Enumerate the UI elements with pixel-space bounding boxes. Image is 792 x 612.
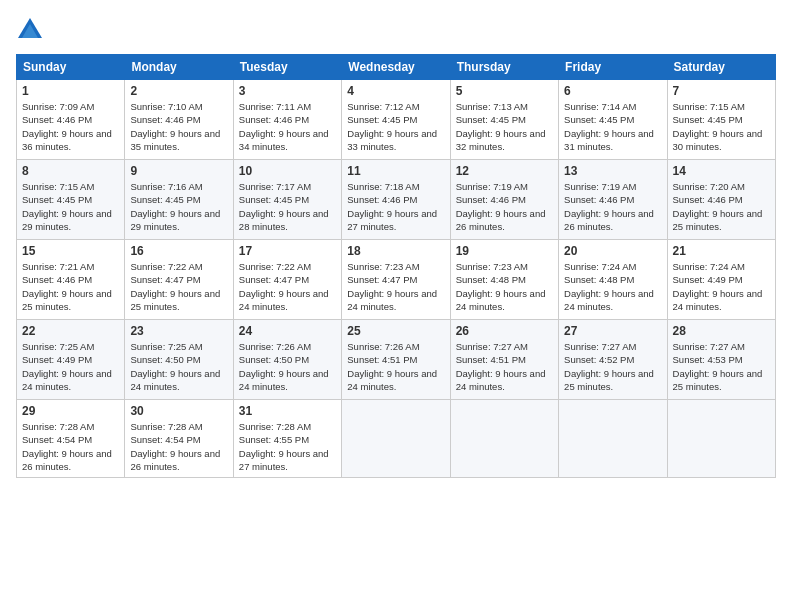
calendar-cell: 2 Sunrise: 7:10 AMSunset: 4:46 PMDayligh… <box>125 80 233 160</box>
calendar-cell: 27 Sunrise: 7:27 AMSunset: 4:52 PMDaylig… <box>559 320 667 400</box>
day-number: 22 <box>22 324 119 338</box>
day-info: Sunrise: 7:22 AMSunset: 4:47 PMDaylight:… <box>130 261 220 312</box>
day-info: Sunrise: 7:15 AMSunset: 4:45 PMDaylight:… <box>673 101 763 152</box>
calendar-header-monday: Monday <box>125 55 233 80</box>
calendar-cell: 13 Sunrise: 7:19 AMSunset: 4:46 PMDaylig… <box>559 160 667 240</box>
calendar-cell: 31 Sunrise: 7:28 AMSunset: 4:55 PMDaylig… <box>233 400 341 478</box>
calendar-week-2: 8 Sunrise: 7:15 AMSunset: 4:45 PMDayligh… <box>17 160 776 240</box>
day-info: Sunrise: 7:19 AMSunset: 4:46 PMDaylight:… <box>456 181 546 232</box>
day-info: Sunrise: 7:26 AMSunset: 4:51 PMDaylight:… <box>347 341 437 392</box>
day-info: Sunrise: 7:22 AMSunset: 4:47 PMDaylight:… <box>239 261 329 312</box>
calendar-cell: 11 Sunrise: 7:18 AMSunset: 4:46 PMDaylig… <box>342 160 450 240</box>
day-info: Sunrise: 7:15 AMSunset: 4:45 PMDaylight:… <box>22 181 112 232</box>
calendar-cell <box>450 400 558 478</box>
calendar-week-4: 22 Sunrise: 7:25 AMSunset: 4:49 PMDaylig… <box>17 320 776 400</box>
day-number: 11 <box>347 164 444 178</box>
calendar-cell: 17 Sunrise: 7:22 AMSunset: 4:47 PMDaylig… <box>233 240 341 320</box>
calendar-cell: 18 Sunrise: 7:23 AMSunset: 4:47 PMDaylig… <box>342 240 450 320</box>
day-info: Sunrise: 7:21 AMSunset: 4:46 PMDaylight:… <box>22 261 112 312</box>
calendar-cell: 16 Sunrise: 7:22 AMSunset: 4:47 PMDaylig… <box>125 240 233 320</box>
calendar-cell: 9 Sunrise: 7:16 AMSunset: 4:45 PMDayligh… <box>125 160 233 240</box>
calendar-cell: 21 Sunrise: 7:24 AMSunset: 4:49 PMDaylig… <box>667 240 775 320</box>
calendar-cell: 28 Sunrise: 7:27 AMSunset: 4:53 PMDaylig… <box>667 320 775 400</box>
day-number: 14 <box>673 164 770 178</box>
calendar-cell: 8 Sunrise: 7:15 AMSunset: 4:45 PMDayligh… <box>17 160 125 240</box>
calendar-cell: 7 Sunrise: 7:15 AMSunset: 4:45 PMDayligh… <box>667 80 775 160</box>
calendar-cell: 20 Sunrise: 7:24 AMSunset: 4:48 PMDaylig… <box>559 240 667 320</box>
day-number: 10 <box>239 164 336 178</box>
main-container: SundayMondayTuesdayWednesdayThursdayFrid… <box>0 0 792 486</box>
calendar-header-row: SundayMondayTuesdayWednesdayThursdayFrid… <box>17 55 776 80</box>
day-info: Sunrise: 7:23 AMSunset: 4:47 PMDaylight:… <box>347 261 437 312</box>
day-number: 28 <box>673 324 770 338</box>
day-number: 31 <box>239 404 336 418</box>
logo <box>16 16 48 44</box>
day-info: Sunrise: 7:28 AMSunset: 4:54 PMDaylight:… <box>130 421 220 472</box>
calendar-week-5: 29 Sunrise: 7:28 AMSunset: 4:54 PMDaylig… <box>17 400 776 478</box>
calendar-cell: 30 Sunrise: 7:28 AMSunset: 4:54 PMDaylig… <box>125 400 233 478</box>
calendar-cell: 15 Sunrise: 7:21 AMSunset: 4:46 PMDaylig… <box>17 240 125 320</box>
calendar-week-3: 15 Sunrise: 7:21 AMSunset: 4:46 PMDaylig… <box>17 240 776 320</box>
calendar-cell: 19 Sunrise: 7:23 AMSunset: 4:48 PMDaylig… <box>450 240 558 320</box>
calendar-header-wednesday: Wednesday <box>342 55 450 80</box>
calendar-header-thursday: Thursday <box>450 55 558 80</box>
day-number: 8 <box>22 164 119 178</box>
calendar-header-friday: Friday <box>559 55 667 80</box>
day-info: Sunrise: 7:24 AMSunset: 4:49 PMDaylight:… <box>673 261 763 312</box>
day-number: 30 <box>130 404 227 418</box>
calendar-cell: 23 Sunrise: 7:25 AMSunset: 4:50 PMDaylig… <box>125 320 233 400</box>
day-number: 7 <box>673 84 770 98</box>
calendar-cell <box>667 400 775 478</box>
calendar-cell: 4 Sunrise: 7:12 AMSunset: 4:45 PMDayligh… <box>342 80 450 160</box>
day-number: 24 <box>239 324 336 338</box>
day-number: 12 <box>456 164 553 178</box>
calendar-cell: 10 Sunrise: 7:17 AMSunset: 4:45 PMDaylig… <box>233 160 341 240</box>
day-info: Sunrise: 7:27 AMSunset: 4:53 PMDaylight:… <box>673 341 763 392</box>
day-number: 6 <box>564 84 661 98</box>
calendar-cell: 29 Sunrise: 7:28 AMSunset: 4:54 PMDaylig… <box>17 400 125 478</box>
day-number: 27 <box>564 324 661 338</box>
calendar-cell <box>342 400 450 478</box>
calendar-week-1: 1 Sunrise: 7:09 AMSunset: 4:46 PMDayligh… <box>17 80 776 160</box>
day-info: Sunrise: 7:23 AMSunset: 4:48 PMDaylight:… <box>456 261 546 312</box>
calendar-header-saturday: Saturday <box>667 55 775 80</box>
day-info: Sunrise: 7:19 AMSunset: 4:46 PMDaylight:… <box>564 181 654 232</box>
day-number: 29 <box>22 404 119 418</box>
day-info: Sunrise: 7:20 AMSunset: 4:46 PMDaylight:… <box>673 181 763 232</box>
day-info: Sunrise: 7:28 AMSunset: 4:54 PMDaylight:… <box>22 421 112 472</box>
day-info: Sunrise: 7:09 AMSunset: 4:46 PMDaylight:… <box>22 101 112 152</box>
calendar-cell: 3 Sunrise: 7:11 AMSunset: 4:46 PMDayligh… <box>233 80 341 160</box>
day-number: 16 <box>130 244 227 258</box>
calendar-cell: 26 Sunrise: 7:27 AMSunset: 4:51 PMDaylig… <box>450 320 558 400</box>
day-number: 1 <box>22 84 119 98</box>
calendar-header-sunday: Sunday <box>17 55 125 80</box>
calendar-header-tuesday: Tuesday <box>233 55 341 80</box>
day-number: 2 <box>130 84 227 98</box>
day-info: Sunrise: 7:17 AMSunset: 4:45 PMDaylight:… <box>239 181 329 232</box>
calendar-cell: 14 Sunrise: 7:20 AMSunset: 4:46 PMDaylig… <box>667 160 775 240</box>
day-info: Sunrise: 7:11 AMSunset: 4:46 PMDaylight:… <box>239 101 329 152</box>
day-number: 4 <box>347 84 444 98</box>
day-number: 20 <box>564 244 661 258</box>
calendar-cell: 12 Sunrise: 7:19 AMSunset: 4:46 PMDaylig… <box>450 160 558 240</box>
logo-icon <box>16 16 44 44</box>
day-info: Sunrise: 7:18 AMSunset: 4:46 PMDaylight:… <box>347 181 437 232</box>
day-number: 21 <box>673 244 770 258</box>
day-info: Sunrise: 7:26 AMSunset: 4:50 PMDaylight:… <box>239 341 329 392</box>
day-number: 15 <box>22 244 119 258</box>
day-info: Sunrise: 7:25 AMSunset: 4:50 PMDaylight:… <box>130 341 220 392</box>
calendar-cell: 25 Sunrise: 7:26 AMSunset: 4:51 PMDaylig… <box>342 320 450 400</box>
header <box>16 16 776 44</box>
calendar-table: SundayMondayTuesdayWednesdayThursdayFrid… <box>16 54 776 478</box>
day-info: Sunrise: 7:10 AMSunset: 4:46 PMDaylight:… <box>130 101 220 152</box>
day-info: Sunrise: 7:24 AMSunset: 4:48 PMDaylight:… <box>564 261 654 312</box>
day-info: Sunrise: 7:27 AMSunset: 4:52 PMDaylight:… <box>564 341 654 392</box>
calendar-cell: 5 Sunrise: 7:13 AMSunset: 4:45 PMDayligh… <box>450 80 558 160</box>
day-number: 13 <box>564 164 661 178</box>
calendar-cell: 6 Sunrise: 7:14 AMSunset: 4:45 PMDayligh… <box>559 80 667 160</box>
calendar-cell: 24 Sunrise: 7:26 AMSunset: 4:50 PMDaylig… <box>233 320 341 400</box>
day-info: Sunrise: 7:13 AMSunset: 4:45 PMDaylight:… <box>456 101 546 152</box>
day-number: 5 <box>456 84 553 98</box>
day-number: 26 <box>456 324 553 338</box>
day-info: Sunrise: 7:16 AMSunset: 4:45 PMDaylight:… <box>130 181 220 232</box>
